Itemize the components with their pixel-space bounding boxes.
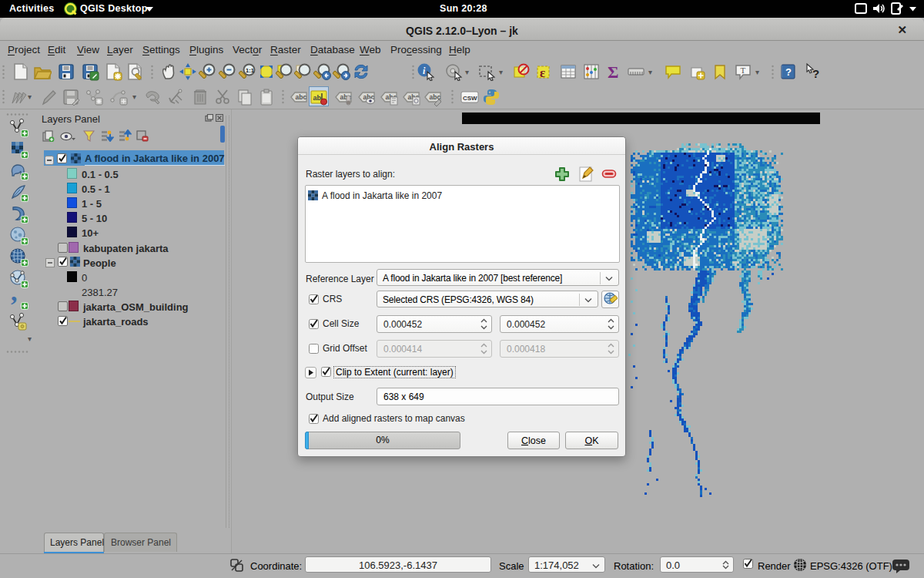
svg-text:T: T — [741, 66, 746, 75]
svg-text:,: , — [11, 291, 18, 306]
svg-text:?: ? — [785, 66, 792, 78]
svg-text:abc: abc — [296, 93, 307, 101]
svg-text:CSW: CSW — [463, 95, 477, 102]
svg-text:Σ: Σ — [608, 62, 618, 81]
svg-text:ab: ab — [313, 94, 322, 102]
svg-text:1:1: 1:1 — [246, 67, 254, 74]
svg-text:?: ? — [812, 67, 819, 80]
svg-text:ε: ε — [540, 66, 545, 80]
